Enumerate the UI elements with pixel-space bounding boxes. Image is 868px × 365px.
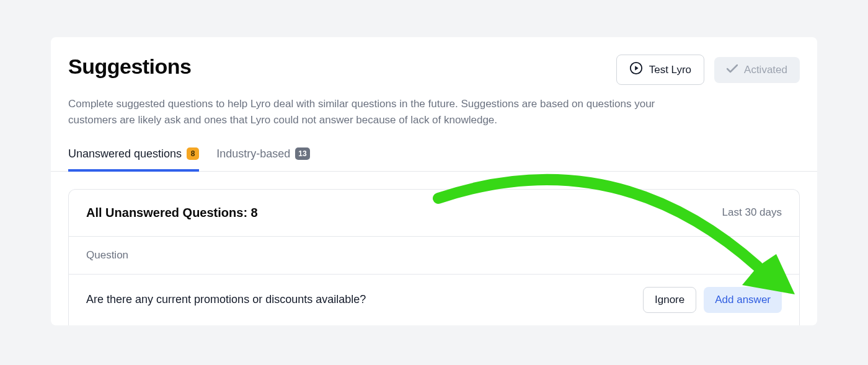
ignore-button[interactable]: Ignore [643,287,696,313]
question-text: Are there any current promotions or disc… [86,293,366,306]
checkmark-icon [727,64,738,76]
suggestions-card: Suggestions Test Lyro Activated [51,37,817,325]
header-row: Suggestions Test Lyro Activated [51,55,817,85]
row-actions: Ignore Add answer [643,287,782,313]
tab-unanswered-label: Unanswered questions [68,147,182,161]
test-lyro-label: Test Lyro [649,64,691,76]
tab-industry[interactable]: Industry-based 13 [216,147,309,172]
page-description: Complete suggested questions to help Lyr… [51,96,708,129]
test-lyro-button[interactable]: Test Lyro [616,55,704,85]
tab-unanswered[interactable]: Unanswered questions 8 [68,147,199,172]
header-actions: Test Lyro Activated [616,55,800,85]
tab-unanswered-badge: 8 [187,147,199,160]
panel-title: All Unanswered Questions: 8 [86,206,258,220]
activated-label: Activated [744,64,787,76]
svg-marker-1 [635,66,638,70]
question-column-header: Question [69,237,799,275]
tab-industry-badge: 13 [295,147,309,160]
play-circle-icon [629,61,643,78]
date-range-label: Last 30 days [722,206,782,219]
page-title: Suggestions [68,55,192,79]
add-answer-button[interactable]: Add answer [704,287,782,313]
activated-button: Activated [714,57,800,83]
questions-panel: All Unanswered Questions: 8 Last 30 days… [68,189,800,325]
tab-industry-label: Industry-based [216,147,290,161]
tabs: Unanswered questions 8 Industry-based 13 [51,147,817,172]
question-row: Are there any current promotions or disc… [69,275,799,325]
panel-header: All Unanswered Questions: 8 Last 30 days [69,190,799,237]
